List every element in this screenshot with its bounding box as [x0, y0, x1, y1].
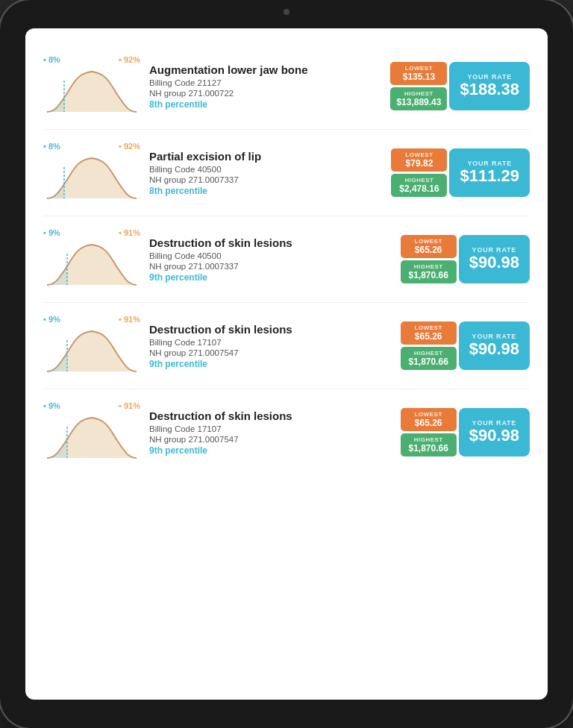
- card-billing-1: Billing Code 21127: [149, 78, 381, 87]
- chart-labels-4: • 9% • 91%: [43, 315, 140, 324]
- your-rate-value-2: $111.29: [460, 167, 519, 185]
- card-billing-2: Billing Code 40500: [149, 165, 382, 174]
- highest-badge-3: HIGHEST $1,870.66: [401, 260, 457, 283]
- highest-badge-2: HIGHEST $2,478.16: [391, 174, 447, 197]
- low-high-1: LOWEST $135.13 HIGHEST $13,889.43: [390, 62, 447, 110]
- your-rate-value-3: $90.98: [469, 254, 519, 272]
- highest-value-2: $2,478.16: [397, 183, 441, 194]
- card-5: • 9% • 91%: [43, 389, 530, 475]
- right-pct-3: • 91%: [119, 228, 140, 237]
- left-pct-3: • 9%: [43, 228, 60, 237]
- card-nh-1: NH group 271.000722: [149, 89, 381, 98]
- card-4: • 9% • 91%: [43, 303, 530, 389]
- right-pct-1: • 92%: [119, 55, 140, 64]
- rate-block-1: LOWEST $135.13 HIGHEST $13,889.43 YOUR R…: [390, 62, 530, 110]
- lowest-value-1: $135.13: [396, 72, 441, 82]
- card-title-3: Destruction of skin lesions: [149, 236, 392, 249]
- card-percentile-5: 9th percentile: [149, 445, 392, 456]
- card-percentile-4: 9th percentile: [149, 359, 392, 369]
- chart-area-1: • 8% • 92%: [43, 55, 140, 117]
- right-pct-2: • 92%: [119, 142, 140, 151]
- card-info-2: Partial excision of lip Billing Code 405…: [149, 150, 382, 196]
- card-info-5: Destruction of skin lesions Billing Code…: [149, 410, 392, 456]
- lowest-badge-5: LOWEST $65.26: [401, 408, 457, 431]
- lowest-label-1: LOWEST: [396, 65, 441, 72]
- rate-block-4: LOWEST $65.26 HIGHEST $1,870.66 YOUR RAT…: [401, 321, 530, 370]
- low-high-4: LOWEST $65.26 HIGHEST $1,870.66: [401, 321, 457, 370]
- chart-labels-2: • 8% • 92%: [43, 142, 140, 151]
- chart-labels-1: • 8% • 92%: [43, 55, 140, 64]
- lowest-value-3: $65.26: [407, 245, 451, 255]
- lowest-label-2: LOWEST: [397, 151, 441, 158]
- your-rate-block-2: YOUR RATE $111.29: [449, 148, 530, 197]
- lowest-badge-1: LOWEST $135.13: [390, 62, 447, 85]
- card-2: • 8% • 92%: [43, 130, 530, 216]
- card-billing-3: Billing Code 40500: [149, 251, 392, 260]
- card-nh-2: NH group 271.0007337: [149, 175, 382, 184]
- card-percentile-1: 8th percentile: [149, 99, 381, 110]
- lowest-label-4: LOWEST: [407, 324, 451, 331]
- highest-value-5: $1,870.66: [407, 443, 451, 454]
- highest-badge-1: HIGHEST $13,889.43: [390, 87, 447, 110]
- your-rate-block-1: YOUR RATE $188.38: [449, 62, 530, 110]
- right-pct-4: • 91%: [119, 315, 140, 324]
- your-rate-value-5: $90.98: [469, 427, 519, 445]
- card-info-1: Augmentation lower jaw bone Billing Code…: [149, 63, 381, 110]
- chart-area-5: • 9% • 91%: [43, 401, 140, 463]
- highest-value-4: $1,870.66: [407, 357, 451, 367]
- card-title-1: Augmentation lower jaw bone: [149, 63, 381, 76]
- rate-block-5: LOWEST $65.26 HIGHEST $1,870.66 YOUR RAT…: [401, 408, 530, 456]
- your-rate-value-4: $90.98: [469, 340, 519, 358]
- chart-area-4: • 9% • 91%: [43, 315, 140, 377]
- card-nh-3: NH group 271.0007337: [149, 262, 392, 271]
- card-billing-4: Billing Code 17107: [149, 338, 392, 347]
- lowest-badge-2: LOWEST $79.82: [391, 148, 447, 172]
- highest-badge-5: HIGHEST $1,870.66: [401, 433, 457, 456]
- highest-label-1: HIGHEST: [396, 90, 441, 97]
- chart-area-2: • 8% • 92%: [43, 142, 140, 204]
- low-high-3: LOWEST $65.26 HIGHEST $1,870.66: [401, 235, 457, 283]
- chart-labels-5: • 9% • 91%: [43, 401, 140, 410]
- highest-label-2: HIGHEST: [397, 177, 441, 183]
- your-rate-block-3: YOUR RATE $90.98: [459, 235, 530, 283]
- your-rate-value-1: $188.38: [460, 81, 519, 98]
- left-pct-4: • 9%: [43, 315, 60, 324]
- card-title-2: Partial excision of lip: [149, 150, 382, 163]
- card-1: • 8% • 92%: [43, 43, 530, 130]
- your-rate-block-4: YOUR RATE $90.98: [459, 321, 530, 370]
- rate-block-2: LOWEST $79.82 HIGHEST $2,478.16 YOUR RAT…: [391, 148, 530, 197]
- card-title-5: Destruction of skin lesions: [149, 410, 392, 422]
- lowest-value-5: $65.26: [407, 418, 451, 428]
- lowest-badge-3: LOWEST $65.26: [401, 235, 457, 258]
- highest-value-3: $1,870.66: [407, 270, 451, 280]
- highest-value-1: $13,889.43: [396, 97, 441, 107]
- left-pct-2: • 8%: [43, 142, 60, 151]
- chart-labels-3: • 9% • 91%: [43, 228, 140, 237]
- highest-label-4: HIGHEST: [407, 350, 451, 357]
- highest-label-5: HIGHEST: [407, 436, 451, 443]
- tablet-frame: • 8% • 92%: [0, 0, 573, 728]
- lowest-label-5: LOWEST: [407, 411, 451, 418]
- highest-label-3: HIGHEST: [407, 263, 451, 270]
- lowest-label-3: LOWEST: [407, 238, 451, 245]
- card-percentile-2: 8th percentile: [149, 186, 382, 196]
- card-info-4: Destruction of skin lesions Billing Code…: [149, 323, 392, 369]
- card-billing-5: Billing Code 17107: [149, 424, 392, 433]
- low-high-2: LOWEST $79.82 HIGHEST $2,478.16: [391, 148, 447, 197]
- lowest-badge-4: LOWEST $65.26: [401, 321, 457, 345]
- card-nh-4: NH group 271.0007547: [149, 348, 392, 357]
- your-rate-block-5: YOUR RATE $90.98: [459, 408, 530, 456]
- card-title-4: Destruction of skin lesions: [149, 323, 392, 336]
- right-pct-5: • 91%: [119, 401, 140, 410]
- lowest-value-2: $79.82: [397, 158, 441, 169]
- low-high-5: LOWEST $65.26 HIGHEST $1,870.66: [401, 408, 457, 456]
- card-info-3: Destruction of skin lesions Billing Code…: [149, 236, 392, 283]
- rate-block-3: LOWEST $65.26 HIGHEST $1,870.66 YOUR RAT…: [401, 235, 530, 283]
- card-3: • 9% • 91%: [43, 216, 530, 303]
- left-pct-1: • 8%: [43, 55, 60, 64]
- card-percentile-3: 9th percentile: [149, 272, 392, 283]
- lowest-value-4: $65.26: [407, 331, 451, 342]
- highest-badge-4: HIGHEST $1,870.66: [401, 347, 457, 370]
- card-nh-5: NH group 271.0007547: [149, 435, 392, 444]
- chart-area-3: • 9% • 91%: [43, 228, 140, 290]
